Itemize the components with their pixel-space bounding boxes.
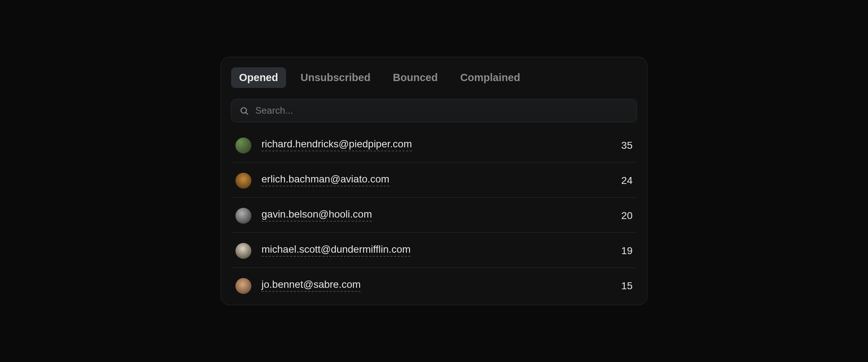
tabs: Opened Unsubscribed Bounced Complained — [231, 67, 637, 88]
recipient-email: gavin.belson@hooli.com — [261, 209, 372, 222]
open-count: 19 — [621, 245, 633, 257]
list-item[interactable]: michael.scott@dundermifflin.com 19 — [231, 233, 637, 268]
search-input[interactable] — [255, 105, 629, 116]
tab-opened[interactable]: Opened — [231, 67, 286, 88]
recipient-email: michael.scott@dundermifflin.com — [261, 244, 410, 257]
open-count: 24 — [621, 175, 633, 186]
list-item[interactable]: jo.bennet@sabre.com 15 — [231, 268, 637, 305]
list-item[interactable]: erlich.bachman@aviato.com 24 — [231, 163, 637, 198]
list-item[interactable]: richard.hendricks@piedpiper.com 35 — [231, 127, 637, 163]
avatar — [235, 208, 251, 224]
recipient-email: erlich.bachman@aviato.com — [261, 173, 390, 186]
open-count: 35 — [621, 140, 633, 151]
svg-line-1 — [246, 112, 247, 114]
avatar — [235, 138, 251, 153]
search-icon — [239, 106, 249, 115]
avatar — [235, 173, 251, 189]
avatar — [235, 278, 251, 294]
tab-bounced[interactable]: Bounced — [385, 67, 446, 88]
tab-complained[interactable]: Complained — [452, 67, 528, 88]
open-count: 20 — [621, 210, 633, 222]
recipient-email: jo.bennet@sabre.com — [261, 279, 361, 292]
open-count: 15 — [621, 280, 633, 292]
tab-unsubscribed[interactable]: Unsubscribed — [293, 67, 378, 88]
list-item[interactable]: gavin.belson@hooli.com 20 — [231, 198, 637, 233]
recipients-panel: Opened Unsubscribed Bounced Complained r… — [221, 57, 647, 305]
recipient-email: richard.hendricks@piedpiper.com — [261, 138, 412, 151]
avatar — [235, 243, 251, 259]
search-field[interactable] — [231, 99, 637, 122]
recipient-list: richard.hendricks@piedpiper.com 35 erlic… — [231, 127, 637, 305]
